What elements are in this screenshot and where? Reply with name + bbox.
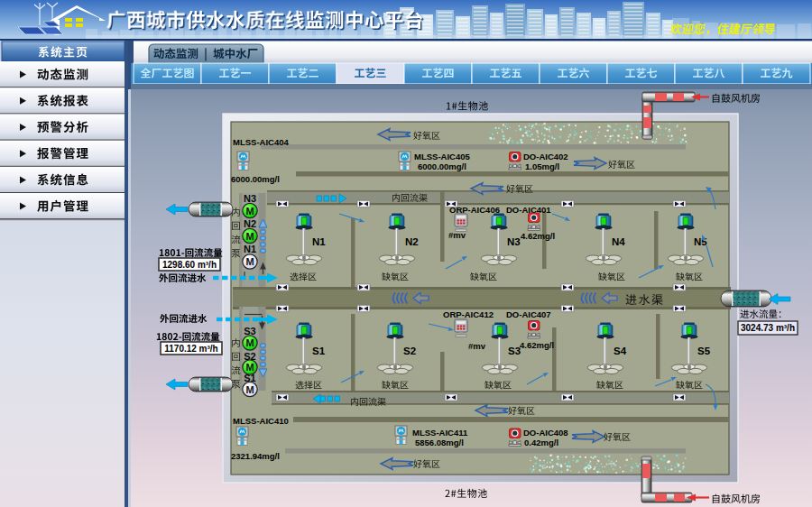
svg-text:N2: N2 bbox=[405, 236, 419, 247]
svg-text:MLSS-AIC410: MLSS-AIC410 bbox=[233, 416, 289, 426]
svg-text:4.62mg/l: 4.62mg/l bbox=[521, 231, 555, 241]
svg-text:N2: N2 bbox=[244, 218, 256, 229]
svg-text:DO-AIC408: DO-AIC408 bbox=[523, 428, 568, 438]
svg-text:N1: N1 bbox=[244, 244, 256, 254]
svg-text:MLSS-AIC411: MLSS-AIC411 bbox=[412, 428, 468, 438]
svg-text:3024.73 m³/h: 3024.73 m³/h bbox=[741, 323, 795, 333]
svg-text:DO-AIC402: DO-AIC402 bbox=[523, 152, 568, 161]
svg-text:1298.60 m³/h: 1298.60 m³/h bbox=[162, 260, 217, 270]
svg-text:DO-AIC401: DO-AIC401 bbox=[506, 205, 551, 215]
svg-text:N5: N5 bbox=[694, 236, 707, 247]
svg-text:M: M bbox=[245, 256, 254, 267]
svg-text:N3: N3 bbox=[244, 193, 256, 204]
svg-text:M: M bbox=[245, 362, 254, 373]
svg-text:S5: S5 bbox=[697, 346, 711, 356]
svg-text:M: M bbox=[245, 384, 254, 395]
svg-text:DO-AIC407: DO-AIC407 bbox=[506, 309, 551, 319]
svg-text:MLSS-AIC404: MLSS-AIC404 bbox=[233, 137, 289, 147]
svg-text:M: M bbox=[245, 231, 254, 242]
svg-text:M: M bbox=[245, 206, 254, 217]
svg-text:N4: N4 bbox=[612, 236, 625, 247]
svg-text:1170.12 m³/h: 1170.12 m³/h bbox=[164, 344, 217, 354]
svg-text:S4: S4 bbox=[614, 346, 627, 356]
svg-text:ORP-AIC406: ORP-AIC406 bbox=[449, 205, 500, 215]
svg-text:M: M bbox=[245, 337, 254, 348]
svg-text:2321.94mg/l: 2321.94mg/l bbox=[231, 451, 280, 461]
svg-text:6000.00mg/l: 6000.00mg/l bbox=[418, 161, 466, 171]
svg-text:6000.00mg/l: 6000.00mg/l bbox=[231, 174, 280, 184]
svg-text:S3: S3 bbox=[508, 346, 521, 356]
svg-text:N3: N3 bbox=[507, 236, 521, 247]
svg-text:#mv: #mv bbox=[468, 341, 486, 351]
svg-text:S1: S1 bbox=[312, 346, 326, 356]
svg-text:#mv: #mv bbox=[448, 230, 466, 240]
svg-text:ORP-AIC412: ORP-AIC412 bbox=[443, 309, 494, 319]
svg-text:4.62mg/l: 4.62mg/l bbox=[520, 340, 554, 350]
svg-text:S2: S2 bbox=[403, 346, 416, 356]
svg-text:0.42mg/l: 0.42mg/l bbox=[524, 438, 558, 447]
svg-text:5856.08mg/l: 5856.08mg/l bbox=[415, 438, 464, 447]
svg-text:1.05mg/l: 1.05mg/l bbox=[525, 161, 559, 171]
svg-text:N1: N1 bbox=[312, 236, 326, 247]
svg-text:MLSS-AIC405: MLSS-AIC405 bbox=[414, 152, 470, 161]
